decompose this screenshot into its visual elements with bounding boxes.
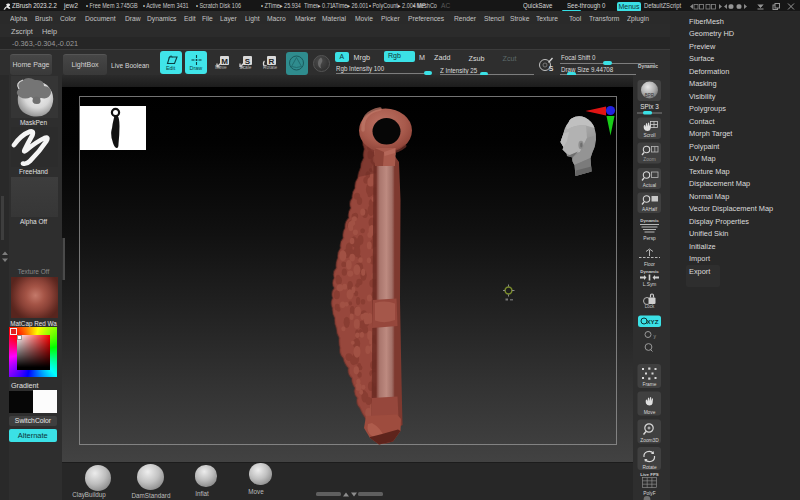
svg-text:XYZ: XYZ xyxy=(646,318,658,325)
svg-text:L.Sym: L.Sym xyxy=(643,282,657,287)
svg-text:Move: Move xyxy=(644,410,656,415)
svg-text:BPR: BPR xyxy=(645,93,655,98)
svg-text:Zoom: Zoom xyxy=(643,157,655,162)
svg-text:Lock: Lock xyxy=(645,304,655,309)
svg-text:S: S xyxy=(549,65,554,72)
svg-text:Scroll: Scroll xyxy=(644,133,656,138)
svg-text:Dynamic: Dynamic xyxy=(640,269,659,274)
svg-text:Frame: Frame xyxy=(643,382,657,387)
svg-text:Live FPS: Live FPS xyxy=(640,472,659,477)
svg-text:Persp: Persp xyxy=(643,236,656,241)
svg-text:y: y xyxy=(654,333,657,339)
svg-text:PolyF: PolyF xyxy=(643,491,655,496)
svg-text:Floor: Floor xyxy=(644,262,655,267)
svg-text:AAHalf: AAHalf xyxy=(642,207,658,212)
svg-text:Dynamic: Dynamic xyxy=(640,218,659,223)
svg-text:Zoom3D: Zoom3D xyxy=(640,438,659,443)
svg-text:Rotate: Rotate xyxy=(642,465,656,470)
svg-text:SPix 3: SPix 3 xyxy=(640,103,659,110)
svg-text:Actual: Actual xyxy=(643,183,656,188)
